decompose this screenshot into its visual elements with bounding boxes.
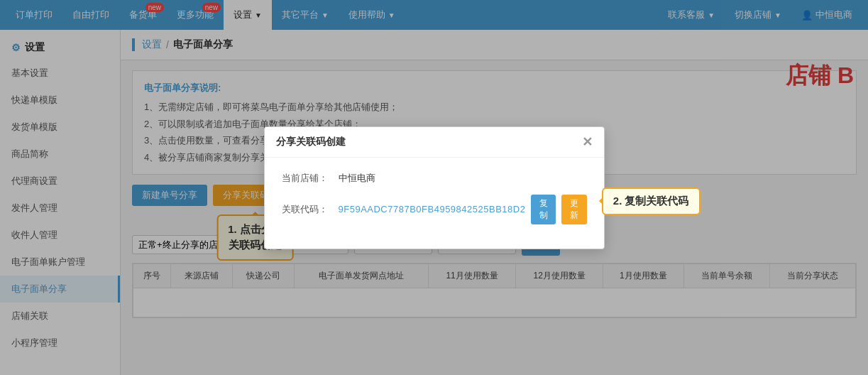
copy-button[interactable]: 复制: [531, 195, 556, 224]
close-icon[interactable]: ✕: [582, 136, 593, 148]
tooltip-2: 2. 复制关联代码: [602, 188, 701, 215]
code-value: 9F59AADC7787B0FB4959842525BB18D2: [339, 204, 526, 214]
current-shop-label: 当前店铺：: [282, 172, 339, 185]
tooltip2-arrow: [595, 197, 603, 205]
code-row: 关联代码： 9F59AADC7787B0FB4959842525BB18D2 复…: [282, 195, 587, 224]
code-label: 关联代码：: [282, 203, 339, 216]
code-value-group: 9F59AADC7787B0FB4959842525BB18D2 复制 更新: [339, 195, 587, 224]
modal-header: 分享关联码创建 ✕: [265, 127, 604, 158]
share-code-modal: 分享关联码创建 ✕ 当前店铺： 中恒电商 关联代码： 9F59AADC7787B…: [264, 126, 605, 249]
modal-title: 分享关联码创建: [276, 136, 346, 148]
modal-body: 当前店铺： 中恒电商 关联代码： 9F59AADC7787B0FB4959842…: [265, 158, 604, 249]
modal-overlay: 分享关联码创建 ✕ 当前店铺： 中恒电商 关联代码： 9F59AADC7787B…: [0, 0, 868, 375]
current-shop-value: 中恒电商: [339, 172, 375, 185]
current-shop-row: 当前店铺： 中恒电商: [282, 172, 587, 185]
update-button[interactable]: 更新: [561, 195, 586, 224]
